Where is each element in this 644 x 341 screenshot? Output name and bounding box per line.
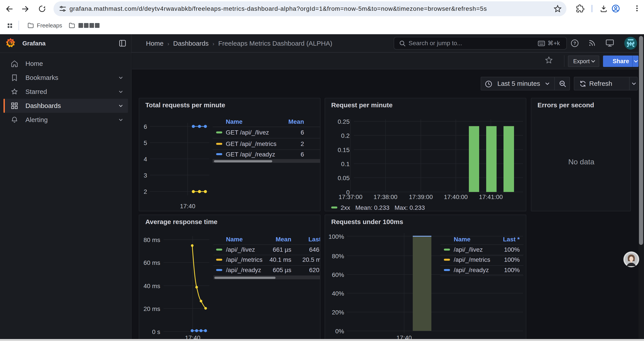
svg-text:?: ? — [574, 41, 576, 46]
